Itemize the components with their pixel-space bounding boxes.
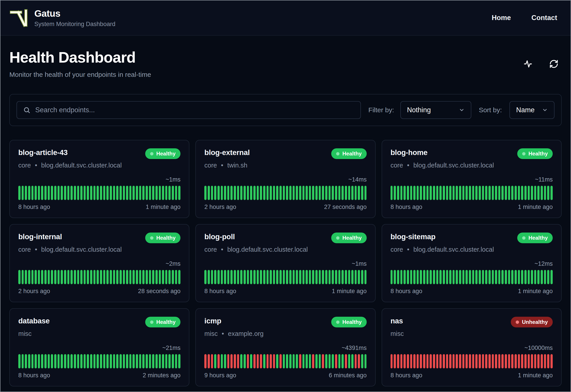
endpoint-card[interactable]: blog-home Healthy core • blog.default.sv… [382,140,562,218]
history-bar-up [456,186,458,200]
history-bar-up [446,186,448,200]
subtitle-separator: • [221,246,223,253]
refresh-icon[interactable] [549,59,558,69]
history-bar-up [524,186,527,200]
history-bar-up [221,186,223,200]
history-bar-up [293,354,295,368]
history-bar-up [97,354,99,368]
history-bar-up [485,186,487,200]
sort-select[interactable]: Name [510,101,555,119]
history-bar-down [485,354,487,368]
history-bar-up [511,270,513,284]
endpoint-card[interactable]: blog-external Healthy core • twin.sh ~14… [195,140,376,218]
endpoint-card[interactable]: blog-poll Healthy core • blog.default.sv… [195,224,376,302]
history-bar-up [273,270,275,284]
history-bar-up [240,270,242,284]
endpoint-card[interactable]: blog-internal Healthy core • blog.defaul… [9,224,189,302]
history-bar-up [97,186,99,200]
history-bar-down [541,354,543,368]
history-bar-up [93,186,96,200]
history-bar-down [237,354,239,368]
response-time: ~1ms [204,260,366,267]
history-bar-up [302,354,305,368]
history-bar-up [146,270,148,284]
endpoint-name: nas [391,317,403,325]
history-bar-up [44,270,47,284]
status-badge: Healthy [331,233,367,243]
history-bar-up [113,354,115,368]
history-bar-up [51,354,53,368]
history-bar-up [306,186,308,200]
endpoint-subtitle: core • blog.default.svc.cluster.local [18,246,180,253]
history-bar-up [462,270,465,284]
endpoint-name: icmp [204,317,221,325]
search-icon [23,106,30,113]
history-bar-up [149,354,151,368]
nav-contact-link[interactable]: Contact [531,14,557,22]
activity-icon[interactable] [523,59,533,69]
endpoint-card[interactable]: blog-article-43 Healthy core • blog.defa… [9,140,189,218]
nav-home-link[interactable]: Home [492,14,511,22]
history-bar-down [462,354,465,368]
card-head: blog-internal Healthy [18,233,180,243]
history-bar-up [54,354,56,368]
history-bar-up [296,354,298,368]
history-bar-up [462,186,465,200]
search-input[interactable] [35,106,354,114]
endpoint-card[interactable]: database Healthy misc • ~21ms 8 hours ag… [9,308,189,386]
history-bar-down [394,354,396,368]
history-bar-up [139,354,141,368]
history-bar-up [87,354,89,368]
history-bar-up [58,354,60,368]
history-bar-up [93,270,96,284]
top-bar: Gatus System Monitoring Dashboard Home C… [0,0,571,36]
history-bar-up [129,354,132,368]
history-bar-up [136,354,138,368]
history-bar-up [417,186,419,200]
response-time: ~10000ms [391,345,553,351]
history-bar-down [204,354,207,368]
status-dot-icon [522,152,526,155]
history-bar-up [547,186,549,200]
history-bar-up [31,186,34,200]
endpoint-card[interactable]: icmp Healthy misc • example.org ~4391ms … [195,308,376,386]
history-bar-up [436,270,438,284]
history-bar-up [273,186,275,200]
history-bar-up [90,186,92,200]
history-bar-down [227,354,229,368]
history-bar-up [439,270,442,284]
status-label: Healthy [156,319,176,325]
history-bar-up [67,354,70,368]
endpoint-card[interactable]: blog-sitemap Healthy core • blog.default… [382,224,562,302]
history-bar-up [214,354,216,368]
time-oldest: 8 hours ago [391,288,422,295]
history-bar-up [64,354,66,368]
history-bar-up [495,186,497,200]
history-bar-down [518,354,520,368]
status-label: Healthy [156,151,176,157]
history-bar-up [123,354,125,368]
status-label: Healthy [528,151,548,157]
history-bar-up [537,270,540,284]
history-bar-down [257,354,259,368]
history-bar-up [342,270,344,284]
card-head: blog-article-43 Healthy [18,148,180,159]
history-bar-up [227,270,229,284]
history-bar-up [142,354,145,368]
endpoint-card[interactable]: nas Unhealthy misc • ~10000ms 8 hours ag… [382,308,562,386]
endpoint-subtitle: core • blog.default.svc.cluster.local [204,246,366,253]
filter-select[interactable]: Nothing [400,101,471,119]
history-bar-up [250,270,252,284]
history-bar-up [247,186,249,200]
time-range: 9 hours ago 6 minutes ago [204,372,366,379]
endpoint-host: blog.default.svc.cluster.local [227,246,308,253]
history-bar-up [479,186,481,200]
history-bar-up [217,186,220,200]
main-content: Health Dashboard Monitor the health of y… [0,49,571,386]
history-bar-up [338,270,341,284]
history-bar-up [505,270,507,284]
history-bar-up [120,186,122,200]
history-bar-up [488,186,491,200]
history-bar-up [103,186,105,200]
history-bar-up [175,354,177,368]
